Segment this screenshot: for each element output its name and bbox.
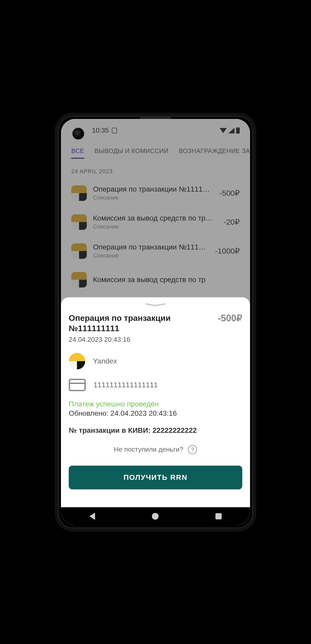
android-navbar [61, 507, 250, 525]
help-row[interactable]: Не поступили деньги? ? [69, 445, 242, 454]
yandex-icon [69, 353, 85, 369]
nav-back-button[interactable] [89, 513, 95, 520]
sheet-grabber[interactable] [145, 305, 166, 308]
sheet-amount: -500₽ [218, 313, 242, 324]
company-name: Yandex [93, 357, 117, 365]
card-number: 1111111111111111 [94, 381, 158, 389]
card-icon [69, 379, 86, 391]
screen: 10:35 ВСЕ ВЫВОДЫ И КОМИССИИ ВОЗНАГРАЖДЕН… [61, 119, 250, 525]
phone-frame: 10:35 ВСЕ ВЫВОДЫ И КОМИССИИ ВОЗНАГРАЖДЕН… [55, 113, 256, 532]
bottom-sheet: Операция по транзакции №111111111 -500₽ … [61, 297, 250, 507]
nav-home-button[interactable] [152, 513, 159, 520]
qiwi-label: № транзакции в КИВИ: [69, 426, 151, 434]
payment-status: Платеж успешно проведён [69, 400, 242, 408]
phone-camera [72, 128, 84, 140]
sheet-datetime: 24.04.2023 20:43:16 [69, 336, 242, 344]
qiwi-value: 22222222222 [153, 426, 197, 434]
qiwi-transaction: № транзакции в КИВИ: 22222222222 [69, 426, 242, 435]
phone-speaker [140, 117, 171, 119]
help-text: Не поступили деньги? [114, 445, 183, 453]
sheet-title: Операция по транзакции №111111111 [69, 313, 213, 334]
nav-recent-button[interactable] [215, 513, 222, 519]
get-rrn-button[interactable]: ПОЛУЧИТЬ RRN [69, 466, 242, 489]
card-row: 1111111111111111 [69, 379, 242, 391]
company-row: Yandex [69, 353, 242, 369]
updated-text: Обновлено: 24.04.2023 20:43:16 [69, 409, 242, 418]
help-icon[interactable]: ? [188, 445, 197, 454]
